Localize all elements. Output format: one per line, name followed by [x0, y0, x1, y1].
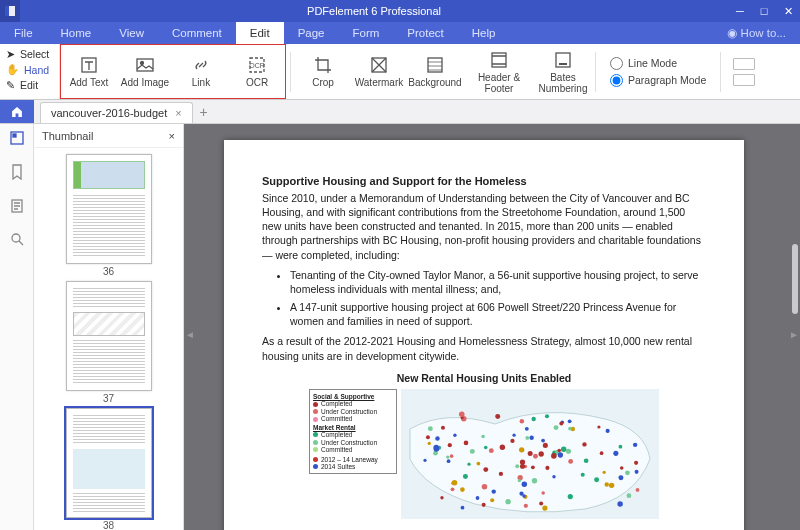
document-tab[interactable]: vancouver-2016-budget ×: [40, 102, 193, 123]
minimize-button[interactable]: ─: [728, 5, 752, 17]
svg-point-66: [634, 461, 638, 465]
page-number: 38: [103, 520, 114, 530]
thumbnail-item-selected[interactable]: 38: [66, 408, 152, 530]
svg-point-49: [528, 451, 533, 456]
svg-point-68: [490, 498, 494, 502]
menu-file[interactable]: File: [0, 22, 47, 44]
svg-point-53: [464, 440, 469, 445]
map-area: [401, 389, 659, 519]
menu-protect[interactable]: Protect: [393, 22, 457, 44]
menu-comment[interactable]: Comment: [158, 22, 236, 44]
svg-point-55: [539, 451, 544, 456]
home-tab-button[interactable]: [0, 100, 34, 123]
section-heading: Supportive Housing and Support for the H…: [262, 174, 706, 189]
svg-point-76: [541, 439, 545, 443]
close-tab-icon[interactable]: ×: [175, 107, 181, 119]
document-tabs: vancouver-2016-budget × +: [0, 100, 800, 124]
svg-point-84: [635, 470, 639, 474]
align-option-2[interactable]: [733, 74, 755, 86]
add-text-button[interactable]: Add Text: [61, 44, 117, 100]
link-button[interactable]: Link: [173, 44, 229, 100]
svg-point-79: [600, 451, 604, 455]
background-button[interactable]: Background: [407, 44, 463, 100]
chart-title: New Rental Housing Units Enabled: [262, 371, 706, 385]
svg-point-26: [476, 496, 480, 500]
svg-point-54: [519, 447, 524, 452]
thumbnail-item[interactable]: 36: [66, 154, 152, 277]
tool-edit[interactable]: ✎Edit: [6, 78, 53, 92]
svg-point-86: [605, 482, 609, 486]
svg-point-24: [543, 443, 548, 448]
svg-point-87: [557, 449, 561, 453]
menu-home[interactable]: Home: [47, 22, 106, 44]
svg-point-74: [512, 433, 515, 436]
thumbnail-item[interactable]: 37: [66, 281, 152, 404]
bates-button[interactable]: Bates Numbering: [535, 44, 591, 100]
tool-select-label: Select: [20, 48, 49, 60]
ocr-button[interactable]: OCR OCR: [229, 44, 285, 100]
list-item: Tenanting of the City-owned Taylor Manor…: [290, 268, 706, 296]
svg-point-71: [529, 436, 533, 440]
attachments-rail-icon[interactable]: [10, 198, 24, 218]
tool-select[interactable]: ➤Select: [6, 47, 53, 61]
svg-point-77: [584, 458, 589, 463]
svg-point-92: [603, 471, 606, 474]
paragraph-mode-radio[interactable]: Paragraph Mode: [610, 74, 706, 87]
new-tab-button[interactable]: +: [193, 100, 215, 123]
svg-point-25: [500, 444, 505, 449]
how-to-link[interactable]: ◉ How to...: [713, 22, 800, 44]
svg-point-51: [581, 473, 585, 477]
svg-point-105: [435, 436, 439, 440]
close-panel-icon[interactable]: ×: [169, 130, 175, 142]
scrollbar-thumb[interactable]: [792, 244, 798, 314]
bates-label: Bates Numbering: [539, 73, 588, 94]
menu-help[interactable]: Help: [458, 22, 510, 44]
header-footer-button[interactable]: Header & Footer: [463, 44, 535, 100]
hand-icon: ✋: [6, 63, 19, 76]
menu-bar: File Home View Comment Edit Page Form Pr…: [0, 22, 800, 44]
thumbnail-list[interactable]: 36 37 38: [34, 148, 183, 530]
svg-point-109: [492, 489, 496, 493]
align-option-1[interactable]: [733, 58, 755, 70]
page-number: 36: [103, 266, 114, 277]
thumbnail-header: Thumbnail ×: [34, 124, 183, 148]
watermark-button[interactable]: Watermark: [351, 44, 407, 100]
bookmarks-rail-icon[interactable]: [10, 164, 24, 184]
cursor-icon: ➤: [6, 48, 15, 60]
menu-page[interactable]: Page: [284, 22, 339, 44]
line-mode-label: Line Mode: [628, 57, 677, 69]
document-tab-label: vancouver-2016-budget: [51, 107, 167, 119]
svg-point-64: [568, 427, 572, 431]
menu-form[interactable]: Form: [338, 22, 393, 44]
next-page-arrow[interactable]: ►: [790, 327, 798, 341]
line-mode-radio[interactable]: Line Mode: [610, 57, 706, 70]
text-icon: [78, 54, 100, 76]
svg-point-88: [505, 499, 510, 504]
svg-point-52: [440, 496, 443, 499]
close-button[interactable]: ✕: [776, 5, 800, 18]
maximize-button[interactable]: □: [752, 5, 776, 17]
watermark-icon: [368, 54, 390, 76]
prev-page-arrow[interactable]: ◄: [186, 327, 194, 341]
svg-point-4: [141, 62, 144, 65]
svg-point-112: [558, 452, 563, 457]
paragraph: As a result of the 2012-2021 Housing and…: [262, 334, 706, 362]
thumbnails-rail-icon[interactable]: [9, 130, 25, 150]
page-content: Supportive Housing and Support for the H…: [224, 140, 744, 530]
menu-view[interactable]: View: [105, 22, 158, 44]
svg-point-122: [613, 451, 618, 456]
svg-point-41: [428, 426, 433, 431]
svg-point-104: [426, 435, 430, 439]
svg-text:OCR: OCR: [249, 62, 265, 69]
add-image-button[interactable]: Add Image: [117, 44, 173, 100]
bates-icon: [552, 49, 574, 71]
svg-point-83: [483, 467, 488, 472]
svg-point-69: [606, 429, 610, 433]
document-viewer[interactable]: ◄ ► Supportive Housing and Support for t…: [184, 124, 800, 530]
menu-edit[interactable]: Edit: [236, 22, 284, 44]
svg-point-113: [447, 459, 451, 463]
tool-hand[interactable]: ✋Hand: [6, 62, 53, 77]
svg-point-90: [619, 445, 623, 449]
search-rail-icon[interactable]: [10, 232, 24, 250]
crop-button[interactable]: Crop: [295, 44, 351, 100]
